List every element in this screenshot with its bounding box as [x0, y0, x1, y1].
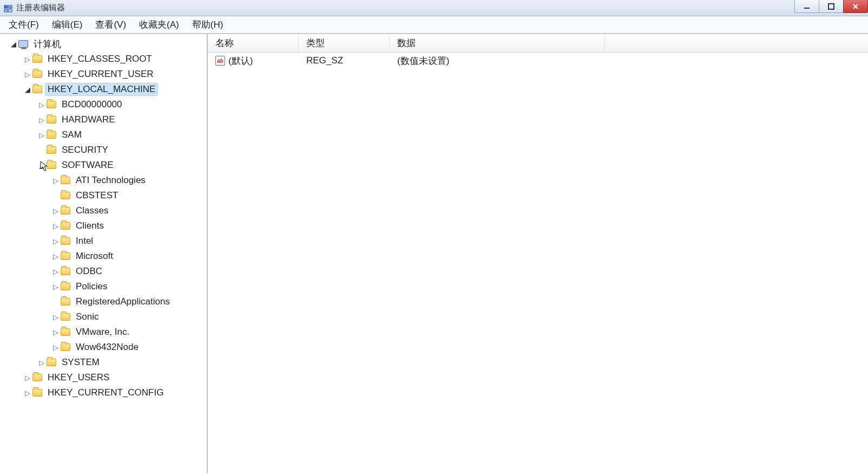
folder-icon — [61, 343, 70, 351]
tree-node-label: HKEY_LOCAL_MACHINE — [45, 83, 157, 95]
folder-icon — [32, 70, 42, 78]
value-type-cell: REG_SZ — [299, 55, 390, 66]
column-header-name[interactable]: 名称 — [208, 34, 299, 52]
window-controls — [795, 0, 868, 14]
tree-node[interactable]: ▷Wow6432Node — [0, 340, 207, 355]
tree-node[interactable]: ▷SYSTEM — [0, 355, 207, 370]
menu-edit[interactable]: 编辑(E) — [45, 16, 89, 33]
folder-icon — [32, 389, 42, 397]
tree-node-label: HKEY_USERS — [45, 372, 111, 384]
tree-node-label: Wow6432Node — [74, 341, 141, 353]
folder-icon — [61, 313, 70, 321]
main-area: ◢计算机▷HKEY_CLASSES_ROOT▷HKEY_CURRENT_USER… — [0, 34, 868, 473]
tree-node[interactable]: ▷SAM — [0, 127, 207, 142]
maximize-button[interactable] — [819, 0, 844, 13]
tree-node-label: 计算机 — [31, 37, 63, 51]
tree-node[interactable]: ▷ATI Technologies — [0, 173, 207, 188]
tree-node-label: Microsoft — [74, 250, 115, 262]
menu-favorites[interactable]: 收藏夹(A) — [133, 16, 186, 33]
tree-node-label: Policies — [74, 281, 110, 293]
tree-root[interactable]: ◢计算机 — [0, 36, 207, 51]
expand-icon[interactable]: ▷ — [38, 101, 45, 109]
tree-node-label: VMware, Inc. — [74, 326, 131, 338]
string-value-icon: ab — [215, 56, 225, 66]
tree-node-label: ODBC — [74, 265, 104, 277]
value-name: (默认) — [228, 55, 253, 67]
tree-node[interactable]: ▷Classes — [0, 203, 207, 218]
expand-icon[interactable]: ▷ — [52, 313, 60, 321]
tree-node[interactable]: ▷Policies — [0, 279, 207, 294]
tree-node[interactable]: ▷SECURITY — [0, 142, 207, 158]
tree-node[interactable]: ▷HKEY_CURRENT_CONFIG — [0, 385, 207, 400]
tree-node[interactable]: ▷Clients — [0, 218, 207, 233]
tree-node-label: SOFTWARE — [60, 159, 116, 171]
window-title: 注册表编辑器 — [16, 3, 65, 13]
value-name-cell: ab(默认) — [208, 55, 299, 67]
computer-icon — [18, 40, 28, 48]
collapse-icon[interactable]: ◢ — [10, 40, 17, 48]
tree-panel[interactable]: ◢计算机▷HKEY_CLASSES_ROOT▷HKEY_CURRENT_USER… — [0, 34, 208, 473]
folder-icon — [47, 161, 56, 169]
collapse-icon[interactable]: ◢ — [38, 161, 45, 170]
expand-icon[interactable]: ▷ — [24, 55, 31, 63]
folder-icon — [61, 252, 70, 260]
expand-icon[interactable]: ▷ — [52, 252, 60, 261]
expand-icon[interactable]: ▷ — [24, 70, 31, 79]
svg-rect-0 — [4, 5, 8, 8]
expand-icon[interactable]: ▷ — [52, 237, 60, 245]
svg-rect-3 — [9, 9, 12, 12]
svg-rect-5 — [828, 4, 834, 9]
collapse-icon[interactable]: ◢ — [24, 86, 31, 94]
folder-icon — [61, 298, 70, 306]
tree-node-label: Intel — [74, 235, 95, 247]
tree-node-label: HKEY_CURRENT_USER — [45, 68, 156, 80]
expand-icon[interactable]: ▷ — [52, 283, 60, 291]
tree-node[interactable]: ▷CBSTEST — [0, 188, 207, 203]
tree-node[interactable]: ▷VMware, Inc. — [0, 324, 207, 340]
expand-icon[interactable]: ▷ — [38, 131, 45, 139]
folder-icon — [47, 146, 56, 154]
expand-icon[interactable]: ▷ — [52, 343, 60, 352]
values-list[interactable]: ab(默认)REG_SZ(数值未设置) — [208, 53, 868, 473]
tree-node[interactable]: ▷Intel — [0, 233, 207, 249]
menu-help[interactable]: 帮助(H) — [186, 16, 230, 33]
tree-node[interactable]: ▷HARDWARE — [0, 112, 207, 127]
tree-node[interactable]: ▷Microsoft — [0, 249, 207, 264]
tree-node-label: SECURITY — [60, 144, 110, 156]
column-header-data[interactable]: 数据 — [390, 34, 605, 52]
column-headers: 名称 类型 数据 — [208, 34, 868, 53]
close-button[interactable] — [843, 0, 868, 13]
expand-icon[interactable]: ▷ — [52, 207, 60, 215]
folder-icon — [32, 55, 42, 63]
tree-node-label: RegisteredApplications — [74, 296, 172, 308]
values-panel: 名称 类型 数据 ab(默认)REG_SZ(数值未设置) — [208, 34, 868, 473]
titlebar[interactable]: 注册表编辑器 — [0, 0, 868, 16]
tree-node[interactable]: ▷HKEY_CLASSES_ROOT — [0, 51, 207, 67]
expand-icon[interactable]: ▷ — [52, 328, 60, 336]
column-header-filler[interactable] — [605, 34, 868, 52]
expand-icon[interactable]: ▷ — [52, 268, 60, 276]
folder-icon — [61, 268, 70, 275]
tree-node[interactable]: ▷HKEY_USERS — [0, 370, 207, 385]
tree-node[interactable]: ◢SOFTWARE — [0, 158, 207, 173]
expand-icon[interactable]: ▷ — [24, 389, 31, 397]
expand-icon[interactable]: ▷ — [38, 359, 45, 367]
menu-view[interactable]: 查看(V) — [89, 16, 133, 33]
tree-node[interactable]: ▷ODBC — [0, 264, 207, 279]
tree-node[interactable]: ▷HKEY_CURRENT_USER — [0, 67, 207, 82]
folder-icon — [47, 116, 56, 124]
tree-node-label: Classes — [74, 205, 110, 217]
menu-file[interactable]: 文件(F) — [2, 16, 45, 33]
minimize-button[interactable] — [794, 0, 819, 13]
column-header-type[interactable]: 类型 — [299, 34, 390, 52]
expand-icon[interactable]: ▷ — [38, 116, 45, 124]
value-row[interactable]: ab(默认)REG_SZ(数值未设置) — [208, 53, 868, 69]
expand-icon[interactable]: ▷ — [52, 177, 60, 185]
expand-icon[interactable]: ▷ — [24, 374, 31, 382]
folder-icon — [61, 177, 70, 184]
tree-node[interactable]: ▷BCD00000000 — [0, 97, 207, 112]
tree-node[interactable]: ▷RegisteredApplications — [0, 294, 207, 309]
expand-icon[interactable]: ▷ — [52, 222, 60, 230]
tree-node[interactable]: ▷Sonic — [0, 309, 207, 324]
tree-node[interactable]: ◢HKEY_LOCAL_MACHINE — [0, 82, 207, 97]
